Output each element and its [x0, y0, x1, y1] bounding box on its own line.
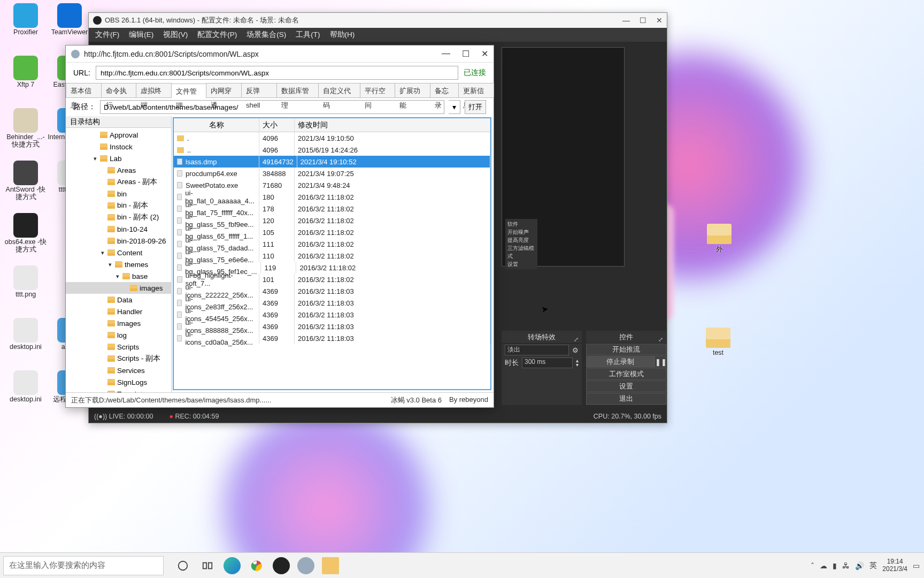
gear-icon[interactable]: ⚙: [572, 346, 579, 354]
desktop-icon[interactable]: AntSword -快捷方式: [3, 161, 48, 201]
desktop-icon[interactable]: tttt.png: [3, 265, 48, 299]
tab-10[interactable]: 备忘录: [430, 83, 459, 97]
obs-preview[interactable]: 软件开始噪声提高亮度三方滤镜模式设置: [502, 47, 625, 267]
clock[interactable]: 19:14 2021/3/4: [882, 558, 907, 573]
chrome-icon[interactable]: [248, 557, 265, 574]
tab-5[interactable]: 反弹shell: [241, 83, 277, 97]
tree-node[interactable]: bin-2018-09-26: [66, 235, 171, 247]
control-button[interactable]: 开始推流: [586, 344, 666, 355]
preview-item[interactable]: 提高亮度: [507, 236, 535, 244]
table-row[interactable]: lsass.dmp491647322021/3/4 19:10:52: [174, 156, 490, 168]
col-name[interactable]: 名称: [174, 118, 259, 132]
search-input[interactable]: 在这里输入你要搜索的内容: [3, 556, 164, 575]
close-icon[interactable]: ✕: [656, 16, 663, 25]
tab-0[interactable]: 基本信息: [66, 83, 102, 97]
tab-3[interactable]: 文件管理: [171, 83, 207, 98]
tree-node[interactable]: bin - 副本: [66, 200, 171, 211]
menu-item[interactable]: 视图(V): [163, 30, 188, 40]
stop-record-button[interactable]: 停止录制: [586, 356, 654, 368]
edge-icon[interactable]: [224, 557, 241, 574]
desktop-icon[interactable]: 外: [707, 224, 732, 254]
minimize-icon[interactable]: —: [442, 49, 450, 59]
tree-node[interactable]: SignLogs: [66, 376, 171, 388]
tree-node[interactable]: log: [66, 329, 171, 341]
path-dropdown[interactable]: ▾: [449, 100, 460, 114]
behinder-taskbar-icon[interactable]: [297, 557, 314, 574]
desktop-icon[interactable]: TeamViewer: [47, 3, 92, 36]
tab-11[interactable]: 更新信息: [458, 83, 494, 97]
tray-up-icon[interactable]: ˄: [811, 561, 814, 570]
tree-node[interactable]: Services: [66, 364, 171, 376]
network-icon[interactable]: 🖧: [842, 561, 850, 570]
url-input[interactable]: [96, 66, 458, 80]
table-row[interactable]: ..40962015/6/19 14:24:26: [174, 144, 490, 156]
tree-node[interactable]: Images: [66, 317, 171, 329]
col-size[interactable]: 大小: [259, 118, 295, 132]
close-icon[interactable]: ✕: [481, 49, 488, 59]
popout-icon[interactable]: ⤢: [658, 333, 663, 346]
tree-node[interactable]: ▾themes: [66, 258, 171, 270]
stepper-icon[interactable]: ▴▾: [576, 359, 579, 367]
tree-node[interactable]: bin-10-24: [66, 223, 171, 235]
desktop-icon[interactable]: obs64.exe -快捷方式: [3, 213, 48, 254]
tab-1[interactable]: 命令执行: [101, 83, 137, 97]
tree-node[interactable]: Areas - 副本: [66, 176, 171, 188]
duration-input[interactable]: 300 ms: [522, 358, 573, 368]
desktop-icon[interactable]: test: [706, 328, 730, 356]
menu-item[interactable]: 编辑(E): [129, 30, 153, 40]
obs-taskbar-icon[interactable]: [273, 557, 290, 574]
preview-item[interactable]: 三方滤镜模式: [507, 244, 535, 260]
preview-item[interactable]: 开始噪声: [507, 228, 535, 236]
minimize-icon[interactable]: —: [622, 16, 630, 25]
explorer-icon[interactable]: [322, 557, 339, 574]
preview-item[interactable]: 设置: [507, 260, 535, 268]
open-button[interactable]: 打开: [465, 100, 486, 114]
control-button[interactable]: 设置: [586, 381, 666, 392]
menu-item[interactable]: 工具(T): [296, 30, 320, 40]
battery-icon[interactable]: ▮: [833, 561, 837, 570]
notification-icon[interactable]: ▭: [913, 561, 920, 570]
obs-titlebar[interactable]: OBS 26.1.1 (64-bit, windows) - 配置文件: 未命名…: [89, 13, 667, 28]
desktop-icon[interactable]: desktop.ini: [3, 370, 48, 404]
tree-node[interactable]: Approval: [66, 129, 171, 141]
tree-node[interactable]: Areas: [66, 164, 171, 176]
menu-item[interactable]: 配置文件(P): [197, 30, 237, 40]
tree-node[interactable]: bin - 副本 (2): [66, 211, 171, 223]
desktop-icon[interactable]: Proxifier: [3, 3, 48, 36]
table-row[interactable]: procdump64.exe3848882021/3/4 19:07:25: [174, 168, 490, 179]
menu-item[interactable]: 帮助(H): [330, 30, 355, 40]
transition-select[interactable]: 淡出: [505, 345, 569, 355]
menu-item[interactable]: 场景集合(S): [247, 30, 286, 40]
path-input[interactable]: D:/web/Lab/Content/themes/base/images/: [100, 100, 444, 114]
tree-node[interactable]: Data: [66, 294, 171, 306]
tree-node[interactable]: Instock: [66, 141, 171, 153]
behinder-titlebar[interactable]: http://hc.fjtcm.edu.cn:8001/Scripts/comm…: [66, 45, 494, 63]
menu-item[interactable]: 文件(F): [95, 30, 119, 40]
tab-6[interactable]: 数据库管理: [276, 83, 319, 97]
tree-node[interactable]: ▾base: [66, 270, 171, 282]
tab-2[interactable]: 虚拟终端: [136, 83, 172, 97]
ime-indicator[interactable]: 英: [869, 561, 877, 571]
desktop-icon[interactable]: Xftp 7: [3, 56, 48, 89]
tree-node[interactable]: Handler: [66, 306, 171, 317]
col-time[interactable]: 修改时间: [295, 118, 490, 132]
task-view-icon[interactable]: [199, 557, 216, 574]
maximize-icon[interactable]: ☐: [640, 16, 646, 25]
table-row[interactable]: .40962021/3/4 19:10:50: [174, 132, 490, 144]
desktop-icon[interactable]: desktop.ini: [3, 318, 48, 351]
preview-item[interactable]: 软件: [507, 220, 535, 228]
volume-icon[interactable]: 🔊: [855, 561, 864, 570]
onedrive-icon[interactable]: ☁: [820, 561, 827, 570]
table-row[interactable]: ui-icons_cd0a0a_256x...43692016/3/2 11:1…: [174, 332, 490, 344]
pause-button[interactable]: ❚❚: [654, 356, 666, 368]
tab-4[interactable]: 内网穿透: [206, 83, 242, 97]
control-button[interactable]: 工作室模式: [586, 368, 666, 380]
tree-node[interactable]: Template: [66, 388, 171, 392]
desktop-icon[interactable]: Behinder_...-快捷方式: [3, 108, 48, 149]
tab-8[interactable]: 平行空间: [360, 83, 396, 97]
popout-icon[interactable]: ⤢: [574, 333, 579, 346]
tree-node[interactable]: ▾Lab: [66, 153, 171, 164]
maximize-icon[interactable]: ☐: [462, 49, 469, 59]
tab-7[interactable]: 自定义代码: [318, 83, 360, 97]
control-button[interactable]: 退出: [586, 393, 666, 405]
